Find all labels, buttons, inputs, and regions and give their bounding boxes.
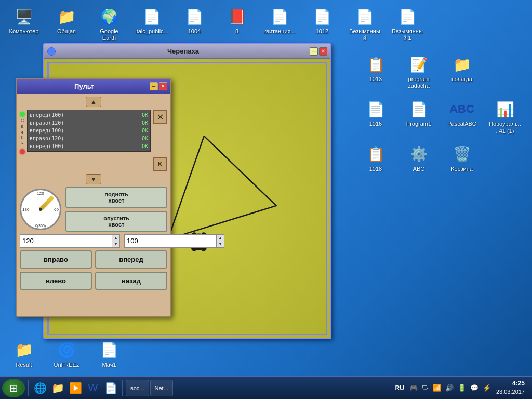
pult-left-button[interactable]: влево <box>20 272 92 290</box>
log-row-2: вперед(100) OK <box>30 127 148 135</box>
desktop-icon-1013[interactable]: 📋 1013 <box>357 52 394 91</box>
tray-date: 23.03.2017 <box>496 388 525 396</box>
pult-number-inputs: ▲ ▼ ▲ ▼ <box>20 234 167 248</box>
turtle-minimize-button[interactable]: ─ <box>310 47 318 56</box>
desktop-icon-abc[interactable]: ⚙️ ABC <box>400 142 437 175</box>
desktop-icon-folder[interactable]: 📁 Общая <box>48 4 85 37</box>
doc1013-icon: 📋 <box>365 54 386 75</box>
recycle-icon: 🗑️ <box>451 144 472 165</box>
pult-left-number-field[interactable] <box>20 235 112 247</box>
taskbar-app-net[interactable]: Net... <box>150 380 173 396</box>
pult-right-button[interactable]: вправо <box>20 250 92 269</box>
pult-right-spin-up[interactable]: ▲ <box>217 235 224 241</box>
turtle-title: Черепаха <box>58 47 309 55</box>
system-tray: RU 🎮 🛡 📶 🔊 🔋 💬 ⚡ 4:25 23.03.2017 <box>390 377 530 399</box>
taskbar-app-net-label: Net... <box>155 385 168 391</box>
pult-back-button[interactable]: назад <box>95 272 167 290</box>
desktop-icon-program1[interactable]: 📄 Program1 <box>400 97 437 136</box>
desktop-right-icons: 📋 1013 📝 program zadacha 📁 волагда 📄 101… <box>357 52 527 175</box>
pult-close-button[interactable]: ✕ <box>159 82 167 90</box>
tray-security-icon[interactable]: 🛡 <box>421 384 430 392</box>
pult-minimize-button[interactable]: ─ <box>150 82 158 90</box>
pult-right-spinners: ▲ ▼ <box>216 235 224 247</box>
tray-language[interactable]: RU <box>393 384 406 392</box>
desktop-icon-computer[interactable]: 🖥️ Компьютер <box>5 4 43 37</box>
tray-network-icon[interactable]: 📶 <box>432 384 442 392</box>
desktop-icon-result[interactable]: 📁 Result <box>5 338 43 370</box>
desktop-bottom-left-icons: 📁 Result 🌀 UnFREEz 📄 Мач1 <box>5 338 128 370</box>
log-row-3: вправо(120) OK <box>30 135 148 142</box>
bezimyanny1-icon: 📄 <box>354 6 375 27</box>
pult-titlebar: Пульт ─ ✕ <box>17 79 170 94</box>
start-button[interactable]: ⊞ <box>2 379 25 397</box>
desktop-top-icons: 🖥️ Компьютер 📁 Общая 🌍 Google Earth 📄 it… <box>0 0 532 48</box>
desktop-icon-1004[interactable]: 📄 1004 <box>176 4 213 37</box>
taskbar-media-icon[interactable]: ▶️ <box>67 380 84 396</box>
tray-battery-icon[interactable]: 🔋 <box>457 384 467 392</box>
log-row-0: вперед(100) OK <box>30 111 148 119</box>
taskbar-folder-icon[interactable]: 📁 <box>49 380 66 396</box>
desktop-icon-8[interactable]: 📕 8 <box>218 4 256 37</box>
program1-icon: 📄 <box>408 99 429 119</box>
taskbar-ie-icon[interactable]: 🌐 <box>32 380 48 396</box>
desktop-icon-novoural[interactable]: 📊 Новоураль... 41 (1) <box>486 97 524 136</box>
pult-left-spin-up[interactable]: ▲ <box>112 235 119 241</box>
pult-lower-button[interactable]: опуститьхвост <box>65 211 167 232</box>
taskbar-app-vos-label: вос... <box>130 385 144 391</box>
kvitancia-icon: 📄 <box>269 6 290 27</box>
desktop-icon-recycle[interactable]: 🗑️ Корзина <box>443 142 481 175</box>
desktop-icon-programzadacha[interactable]: 📝 program zadacha <box>400 52 437 91</box>
programzadacha-icon: 📝 <box>408 54 429 75</box>
taskbar-doc-icon[interactable]: 📄 <box>102 380 119 396</box>
pult-controls-row: 120 60 0(360) 180 поднятьхвост опуститьх… <box>20 187 167 232</box>
desktop-icon-earth[interactable]: 🌍 Google Earth <box>90 4 128 44</box>
tray-extra-icon[interactable]: ⚡ <box>482 384 492 392</box>
pult-right-number-field[interactable] <box>125 235 216 247</box>
tray-time: 4:25 <box>512 379 525 388</box>
windows-logo: ⊞ <box>9 382 18 394</box>
mach1-icon: 📄 <box>99 340 119 361</box>
desktop-icon-1018[interactable]: 📋 1018 <box>357 142 394 175</box>
pult-left-spin-down[interactable]: ▼ <box>112 241 119 247</box>
doc1016-icon: 📄 <box>365 99 386 119</box>
desktop-icon-1012[interactable]: 📄 1012 <box>303 4 341 37</box>
pult-right-value-input[interactable]: ▲ ▼ <box>124 234 224 248</box>
tray-msg-icon[interactable]: 💬 <box>469 384 480 392</box>
doc1004-icon: 📄 <box>184 6 205 27</box>
pult-title: Пульт <box>20 83 149 90</box>
desktop-icon-bezimyanny2[interactable]: 📄 Безымянный 1 <box>389 4 426 44</box>
pascalabc-icon: ABC <box>451 99 472 119</box>
tray-nvidia-icon[interactable]: 🎮 <box>408 384 419 392</box>
pult-window: Пульт ─ ✕ ▲ Связь вперед(100) OK <box>16 78 171 317</box>
tray-sound-icon[interactable]: 🔊 <box>444 384 455 392</box>
pult-lift-button[interactable]: поднятьхвост <box>65 187 167 208</box>
desktop-icon-unfreez[interactable]: 🌀 UnFREEz <box>48 338 85 370</box>
taskbar-word-icon[interactable]: W <box>85 380 101 396</box>
pult-right-spin-down[interactable]: ▼ <box>217 241 224 247</box>
abc-icon: ⚙️ <box>408 144 429 165</box>
pult-down-arrow[interactable]: ▼ <box>86 174 101 184</box>
pult-forward-button[interactable]: вперед <box>95 250 167 269</box>
desktop-icon-kvitancia[interactable]: 📄 квитанция... <box>261 4 298 37</box>
pult-x-button[interactable]: ✕ <box>153 110 167 124</box>
pult-left-value-input[interactable]: ▲ ▼ <box>20 234 120 248</box>
log-row-1: вправо(120) OK <box>30 119 148 127</box>
turtle-close-button[interactable]: ✕ <box>319 47 327 56</box>
desktop-icon-italc[interactable]: 📄 italc_public... <box>133 4 170 37</box>
desktop-icon-pascalabc[interactable]: ABC PascalABC <box>443 97 481 136</box>
desktop-icon-1016[interactable]: 📄 1016 <box>357 97 394 136</box>
taskbar-divider-2 <box>122 380 123 396</box>
unfreez-icon: 🌀 <box>56 340 77 361</box>
tray-clock[interactable]: 4:25 23.03.2017 <box>494 379 527 396</box>
desktop-icon-mach1[interactable]: 📄 Мач1 <box>90 338 128 370</box>
desktop-icon-bezimyanny1[interactable]: 📄 Безымянный <box>346 4 383 44</box>
computer-icon: 🖥️ <box>14 6 34 27</box>
pult-left-spinners: ▲ ▼ <box>112 235 119 247</box>
pult-log-area: Связь вперед(100) OK вправо(120) OK впер… <box>20 110 167 154</box>
desktop-icon-volagda[interactable]: 📁 волагда <box>443 52 481 91</box>
taskbar-app-vos[interactable]: вос... <box>126 380 149 396</box>
pult-k-button[interactable]: K <box>153 157 167 171</box>
pult-up-arrow[interactable]: ▲ <box>86 97 101 107</box>
desktop: 🖥️ Компьютер 📁 Общая 🌍 Google Earth 📄 it… <box>0 0 532 48</box>
pult-action-buttons: поднятьхвост опуститьхвост <box>65 187 167 232</box>
